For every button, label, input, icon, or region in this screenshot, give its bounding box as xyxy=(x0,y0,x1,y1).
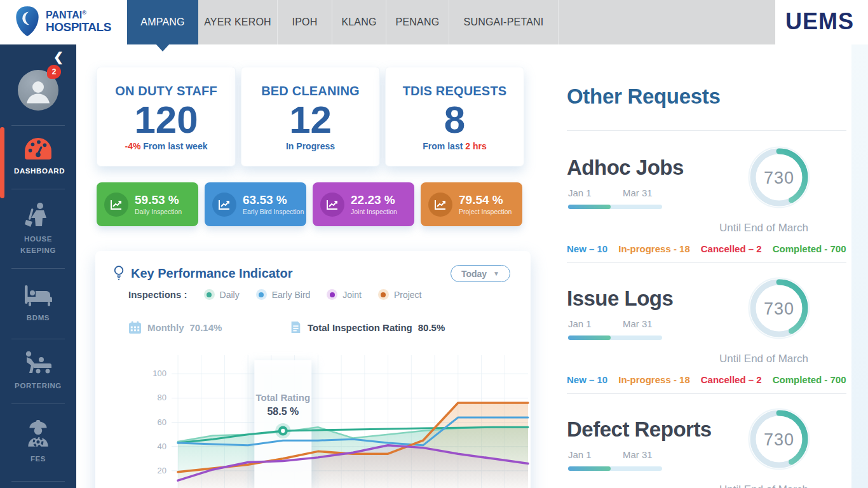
tile-label: Daily Inspection xyxy=(135,208,182,215)
chevron-down-icon: ▼ xyxy=(493,270,499,277)
lightbulb-icon xyxy=(113,265,125,281)
on-duty-staff-card: ON DUTY STAFF 120 -4% From last week xyxy=(97,67,236,166)
early-bird-inspection-tile[interactable]: 63.53 %Early Bird Inspection xyxy=(205,182,306,226)
legend-dot xyxy=(327,289,337,300)
stat-note: -4% From last week xyxy=(97,141,235,151)
legend-project[interactable]: Project xyxy=(378,289,422,300)
legend-joint[interactable]: Joint xyxy=(327,289,362,300)
stat-cancelled: Cancelled – 2 xyxy=(701,243,762,254)
divider xyxy=(11,481,65,482)
monthly-rating: Monthly 70.14% xyxy=(128,321,222,334)
stat-value: 12 xyxy=(241,100,379,140)
page-edge-tint xyxy=(851,44,868,488)
divider xyxy=(567,393,846,394)
brand-line1: PANTAI xyxy=(46,10,82,21)
kpi-title: Key Performance Indicator xyxy=(131,266,293,281)
period-dropdown[interactable]: Today ▼ xyxy=(451,265,510,282)
tile-label: Project Inspection xyxy=(459,208,512,215)
date-start: Jan 1 xyxy=(568,449,592,460)
kpi-line-chart: 20406080100Total Rating58.5 % xyxy=(95,346,531,488)
stat-cancelled: Cancelled – 2 xyxy=(701,374,762,385)
request-stats: New – 10 In-progress - 18 Cancelled – 2 … xyxy=(567,374,846,385)
gauge-value: 730 xyxy=(747,168,811,188)
stat-note: In Progress xyxy=(241,141,379,151)
donut-gauge: 730 xyxy=(747,276,811,340)
defect-reports-section: Defect Reports Jan 1 Mar 31 730 Until En… xyxy=(567,417,846,488)
rating-label: Total Inspection Rating xyxy=(308,322,412,333)
stat-completed: Completed - 700 xyxy=(773,374,846,385)
daily-inspection-tile[interactable]: 59.53 %Daily Inspection xyxy=(97,182,198,226)
line-chart-icon xyxy=(104,193,128,217)
bed-cleaning-card: BED CLEANING 12 In Progress xyxy=(241,67,380,166)
tile-value: 79.54 % xyxy=(459,193,512,207)
pantai-hospitals-logo: PANTAI® HOSPITALS xyxy=(14,6,111,37)
stat-title: BED CLEANING xyxy=(241,84,379,98)
monthly-label: Monthly xyxy=(147,322,184,333)
date-end: Mar 31 xyxy=(623,449,653,460)
project-inspection-tile[interactable]: 79.54 %Project Inspection xyxy=(421,182,522,226)
date-end: Mar 31 xyxy=(623,187,653,198)
kpi-header: Key Performance Indicator xyxy=(113,265,293,281)
svg-text:40: 40 xyxy=(158,442,166,451)
sidebar-item-housekeeping[interactable]: HOUSE KEEPING xyxy=(0,189,76,268)
stat-new: New – 10 xyxy=(567,374,607,385)
svg-text:Total Rating: Total Rating xyxy=(256,392,311,403)
date-progress-bar xyxy=(568,336,662,340)
date-end: Mar 31 xyxy=(623,318,653,329)
divider xyxy=(567,130,846,131)
report-icon xyxy=(289,320,302,335)
svg-text:100: 100 xyxy=(153,369,166,378)
tdis-requests-card: TDIS REQUESTS 8 From last 2 hrs xyxy=(385,67,524,166)
sidebar-item-dashboard[interactable]: DASHBOARD xyxy=(0,125,76,189)
issue-logs-section: Issue Logs Jan 1 Mar 31 730 Until End of… xyxy=(567,287,846,407)
gauge-value: 730 xyxy=(747,430,811,450)
donut-gauge: 730 xyxy=(747,146,811,209)
legend-dot xyxy=(256,289,267,300)
section-title: Defect Reports xyxy=(567,417,712,442)
line-chart-icon xyxy=(320,193,344,217)
gauge-caption: Until End of March xyxy=(688,484,840,488)
gauge-value: 730 xyxy=(747,299,811,319)
tab-klang[interactable]: KLANG xyxy=(332,0,386,44)
tab-ayer-keroh[interactable]: AYER KEROH xyxy=(198,0,278,44)
sidebar-item-label: HOUSE KEEPING xyxy=(14,234,62,256)
chart-legend: Inspections : Daily Early Bird Joint Pro… xyxy=(128,289,421,300)
dashboard-gauge-icon xyxy=(24,137,53,161)
tab-penang[interactable]: PENANG xyxy=(386,0,449,44)
rating-value: 80.5% xyxy=(418,322,445,333)
brand-line2: HOSPITALS xyxy=(46,21,111,33)
engineer-icon xyxy=(25,419,51,449)
sidebar-item-fes[interactable]: FES xyxy=(0,403,76,481)
housekeeper-icon xyxy=(24,201,52,229)
svg-text:20: 20 xyxy=(158,466,166,475)
legend-dot xyxy=(204,289,215,300)
tile-label: Joint Inspection xyxy=(351,208,397,215)
date-start: Jan 1 xyxy=(568,318,592,329)
svg-text:58.5 %: 58.5 % xyxy=(267,406,299,417)
tab-strip-filler xyxy=(559,0,775,44)
gauge-caption: Until End of March xyxy=(688,353,840,365)
total-inspection-rating: Total Inspection Rating 80.5% xyxy=(289,320,445,335)
legend-early-bird[interactable]: Early Bird xyxy=(256,289,311,300)
legend-title: Inspections : xyxy=(128,289,187,300)
sidebar-item-label: FES xyxy=(14,454,62,464)
legend-dot xyxy=(378,289,389,300)
stat-new: New – 10 xyxy=(567,243,607,254)
tab-sungai-petani[interactable]: SUNGAI-PETANI xyxy=(449,0,559,44)
tab-ipoh[interactable]: IPOH xyxy=(278,0,332,44)
bed-icon xyxy=(24,283,53,308)
legend-daily[interactable]: Daily xyxy=(204,289,240,300)
stat-value: 120 xyxy=(97,100,235,140)
line-chart-icon xyxy=(428,193,452,217)
joint-inspection-tile[interactable]: 22.23 %Joint Inspection xyxy=(313,182,414,226)
period-value: Today xyxy=(461,269,487,279)
panel-title: Other Requests xyxy=(567,85,721,109)
tab-ampang[interactable]: AMPANG xyxy=(127,0,198,44)
notification-badge[interactable]: 2 xyxy=(47,65,61,79)
sidebar-item-portering[interactable]: PORTERING xyxy=(0,339,76,403)
stat-title: ON DUTY STAFF xyxy=(97,84,235,98)
tile-label: Early Bird Inspection xyxy=(243,208,304,215)
collapse-sidebar-icon[interactable]: ❮ xyxy=(53,50,64,64)
avatar[interactable]: 2 xyxy=(18,70,58,111)
sidebar-item-bdms[interactable]: BDMS xyxy=(0,268,76,339)
